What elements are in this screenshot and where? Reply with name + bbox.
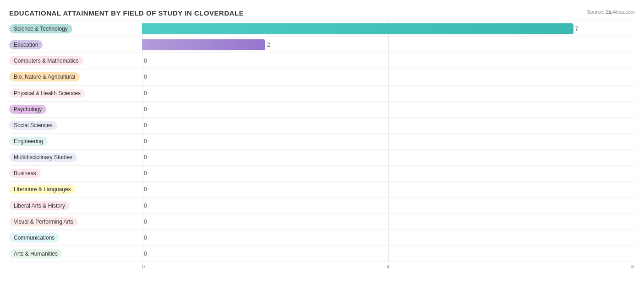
bar-track: 0 [142,134,635,149]
bar-label: Social Sciences [9,121,142,130]
bar-value: 0 [144,235,147,241]
bar-label: Visual & Performing Arts [9,217,142,226]
bar-track: 7 [142,21,635,37]
bar-track: 0 [142,118,635,133]
bar-label: Arts & Humanities [9,249,142,258]
bar-track: 0 [142,69,635,85]
x-axis-label: 8 [631,264,634,269]
bar-row: Psychology0 [9,102,635,118]
bar-label: Business [9,169,142,178]
x-axis: 048 [142,262,635,264]
source-text: Source: ZipAtlas.com [587,9,635,15]
bar-row: Visual & Performing Arts0 [9,214,635,230]
bar-value: 0 [144,122,147,128]
label-pill: Physical & Health Sciences [9,89,85,98]
bar-row: Multidisciplinary Studies0 [9,150,635,166]
bars-section: Science & Technology7Education2Computers… [9,21,635,262]
x-axis-label: 4 [387,264,389,269]
bar-value: 0 [144,58,147,64]
bar-value: 0 [144,106,147,112]
bar-value: 2 [267,42,270,48]
bar-value: 0 [144,203,147,209]
bar-track: 0 [142,86,635,101]
bar-value: 0 [144,74,147,80]
label-pill: Engineering [9,137,48,146]
label-pill: Education [9,40,43,49]
bar-label: Liberal Arts & History [9,201,142,210]
bar-row: Liberal Arts & History0 [9,198,635,214]
chart-title: EDUCATIONAL ATTAINMENT BY FIELD OF STUDY… [9,9,635,17]
bar-row: Science & Technology7 [9,21,635,37]
bar-row: Literature & Languages0 [9,182,635,198]
bar-track: 0 [142,230,635,246]
bar-value: 7 [575,26,579,32]
bar-label: Psychology [9,105,142,114]
bar-label: Physical & Health Sciences [9,89,142,98]
bar-value: 0 [144,138,147,144]
bar-track: 0 [142,166,635,181]
label-pill: Science & Technology [9,24,72,33]
label-pill: Multidisciplinary Studies [9,153,77,162]
bar-row: Education2 [9,37,635,53]
label-pill: Social Sciences [9,121,57,130]
bar-value: 0 [144,90,147,96]
bar-track: 0 [142,214,635,230]
bar-fill [142,23,573,34]
bar-fill [142,39,265,50]
bar-track: 0 [142,150,635,165]
bar-track: 2 [142,37,635,53]
bar-value: 0 [144,154,147,161]
bar-label: Engineering [9,137,142,146]
bar-label: Literature & Languages [9,185,142,194]
bar-row: Arts & Humanities0 [9,246,635,262]
bar-row: Bio, Nature & Agricultural0 [9,69,635,85]
bar-track: 0 [142,198,635,214]
bar-value: 0 [144,251,147,257]
bar-value: 0 [144,186,147,193]
label-pill: Liberal Arts & History [9,201,70,210]
label-pill: Visual & Performing Arts [9,217,78,226]
bar-label: Science & Technology [9,24,142,33]
bar-label: Multidisciplinary Studies [9,153,142,162]
x-axis-label: 0 [142,264,145,269]
bar-row: Business0 [9,166,635,182]
bar-track: 0 [142,246,635,262]
bar-row: Social Sciences0 [9,118,635,134]
bar-row: Communications0 [9,230,635,246]
label-pill: Psychology [9,105,46,114]
label-pill: Literature & Languages [9,185,76,194]
chart-container: EDUCATIONAL ATTAINMENT BY FIELD OF STUDY… [0,0,644,289]
label-pill: Communications [9,233,59,242]
bar-row: Computers & Mathematics0 [9,53,635,69]
label-pill: Arts & Humanities [9,249,62,258]
label-pill: Computers & Mathematics [9,56,83,65]
label-pill: Business [9,169,41,178]
bar-track: 0 [142,102,635,117]
label-pill: Bio, Nature & Agricultural [9,72,80,81]
bar-track: 0 [142,182,635,197]
bar-track: 0 [142,53,635,69]
bar-label: Bio, Nature & Agricultural [9,72,142,81]
bar-value: 0 [144,219,147,225]
bar-row: Engineering0 [9,134,635,150]
bar-label: Computers & Mathematics [9,56,142,65]
bar-row: Physical & Health Sciences0 [9,86,635,102]
bar-label: Communications [9,233,142,242]
bar-label: Education [9,40,142,49]
bar-value: 0 [144,170,147,177]
chart-area: Science & Technology7Education2Computers… [9,21,635,264]
